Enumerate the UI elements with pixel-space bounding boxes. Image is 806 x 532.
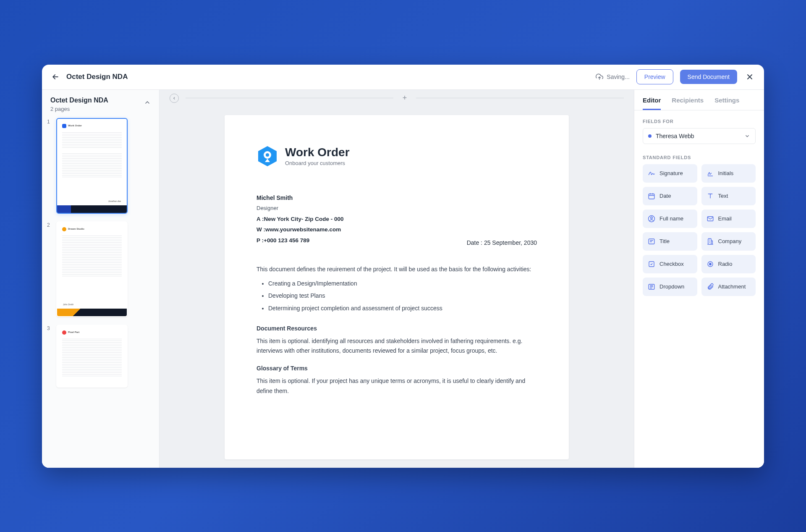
standard-fields-label: STANDARD FIELDS xyxy=(643,155,756,160)
editor-sidebar: Editor Recipients Settings FIELDS FOR Th… xyxy=(634,90,764,468)
close-button[interactable] xyxy=(744,71,756,83)
saving-status: Saving... xyxy=(596,73,629,81)
tab-recipients[interactable]: Recipients xyxy=(672,97,704,110)
back-button[interactable] xyxy=(50,72,60,82)
checkbox-icon xyxy=(648,260,655,268)
header: Octet Design NDA Saving... Preview Send … xyxy=(42,65,764,90)
page-title: Octet Design NDA xyxy=(66,73,128,81)
doc-name: Michel Smith xyxy=(256,192,344,204)
collapse-sidebar-button[interactable] xyxy=(144,99,151,106)
svg-point-2 xyxy=(266,153,269,157)
field-label: Initials xyxy=(718,170,734,176)
prev-page-button[interactable] xyxy=(170,94,179,103)
field-title[interactable]: Title xyxy=(643,232,697,251)
radio-icon xyxy=(707,260,714,268)
field-checkbox[interactable]: Checkbox xyxy=(643,255,697,273)
doc-subheading: Onboard your customers xyxy=(285,160,350,166)
recipient-dot-icon xyxy=(648,134,652,138)
chevron-down-icon xyxy=(744,133,750,139)
field-signature[interactable]: Signature xyxy=(643,164,697,183)
tab-editor[interactable]: Editor xyxy=(643,97,661,110)
app-window: Octet Design NDA Saving... Preview Send … xyxy=(42,65,764,468)
preview-button[interactable]: Preview xyxy=(636,69,673,84)
date-icon xyxy=(648,192,655,200)
recipient-select[interactable]: Theresa Webb xyxy=(643,128,756,144)
fields-for-label: FIELDS FOR xyxy=(643,119,756,124)
dropdown-icon xyxy=(648,283,655,291)
field-label: Full name xyxy=(659,215,683,222)
field-date[interactable]: Date xyxy=(643,187,697,205)
field-text[interactable]: Text xyxy=(701,187,756,205)
canvas-toolbar: + xyxy=(160,90,634,107)
field-email[interactable]: Email xyxy=(701,210,756,228)
svg-rect-7 xyxy=(649,239,654,244)
attachment-icon xyxy=(707,283,714,291)
sidebar-tabs: Editor Recipients Settings xyxy=(634,90,764,110)
signature-icon xyxy=(648,170,655,177)
doc-role: Designer xyxy=(256,203,344,214)
pages-sidebar: Octet Design NDA 2 pages 1 Work Order xyxy=(42,90,160,468)
thumb-number: 3 xyxy=(47,325,52,331)
doc-phone: P :+000 123 456 789 xyxy=(256,235,344,246)
doc-address: A :New York City- Zip Code - 000 xyxy=(256,214,344,225)
doc-bullets: Creating a Design/Implementation Develop… xyxy=(268,279,537,314)
thumb-number: 1 xyxy=(47,118,52,125)
field-initials[interactable]: Initials xyxy=(701,164,756,183)
fields-grid: SignatureInitialsDateTextFull nameEmailT… xyxy=(643,164,756,296)
company-icon xyxy=(707,238,714,245)
svg-rect-3 xyxy=(649,194,654,199)
field-label: Signature xyxy=(659,170,683,176)
text-icon xyxy=(707,192,714,200)
doc-page-count: 2 pages xyxy=(50,106,108,112)
page-thumbnail-2[interactable]: Dream Studio John Smith xyxy=(56,221,128,317)
field-label: Email xyxy=(718,215,732,222)
doc-website: W :www.yourwebsitename.com xyxy=(256,224,344,235)
send-document-button[interactable]: Send Document xyxy=(680,70,737,84)
cloud-upload-icon xyxy=(596,73,603,81)
document-page[interactable]: Work Order Onboard your customers Michel… xyxy=(225,115,569,459)
field-label: Attachment xyxy=(718,283,746,290)
field-label: Dropdown xyxy=(659,283,684,290)
field-attachment[interactable]: Attachment xyxy=(701,278,756,296)
doc-date: Date : 25 September, 2030 xyxy=(467,239,537,246)
svg-point-4 xyxy=(651,217,653,219)
field-radio[interactable]: Radio xyxy=(701,255,756,273)
document-scroll[interactable]: Work Order Onboard your customers Michel… xyxy=(160,107,634,468)
field-fullname[interactable]: Full name xyxy=(643,210,697,228)
section-title: Glossary of Terms xyxy=(256,364,537,374)
document-canvas: + Work Order Onboard your customers xyxy=(160,90,634,468)
field-label: Date xyxy=(659,193,671,199)
add-page-button[interactable]: + xyxy=(400,94,410,102)
thumb-number: 2 xyxy=(47,221,52,228)
svg-point-10 xyxy=(709,263,711,265)
field-label: Text xyxy=(718,193,728,199)
initials-icon xyxy=(707,170,714,177)
field-label: Checkbox xyxy=(659,261,684,267)
page-thumbnail-1[interactable]: Work Order Jonathan doe xyxy=(56,118,128,214)
title-icon xyxy=(648,238,655,245)
work-order-logo-icon xyxy=(256,145,278,167)
fullname-icon xyxy=(648,215,655,223)
tab-settings[interactable]: Settings xyxy=(714,97,739,110)
email-icon xyxy=(707,215,714,223)
main-content: Octet Design NDA 2 pages 1 Work Order xyxy=(42,90,764,468)
field-label: Radio xyxy=(718,261,733,267)
page-thumbnail-3[interactable]: Pixel Part xyxy=(56,325,128,388)
field-label: Company xyxy=(718,238,742,244)
thumbnail-list: 1 Work Order Jonathan doe 2 xyxy=(47,118,154,388)
doc-title: Octet Design NDA xyxy=(50,97,108,104)
field-company[interactable]: Company xyxy=(701,232,756,251)
field-dropdown[interactable]: Dropdown xyxy=(643,278,697,296)
field-label: Title xyxy=(659,238,670,244)
doc-body: This document defines the reuirement of … xyxy=(256,265,537,396)
section-title: Document Resources xyxy=(256,324,537,334)
doc-heading: Work Order xyxy=(285,146,350,159)
